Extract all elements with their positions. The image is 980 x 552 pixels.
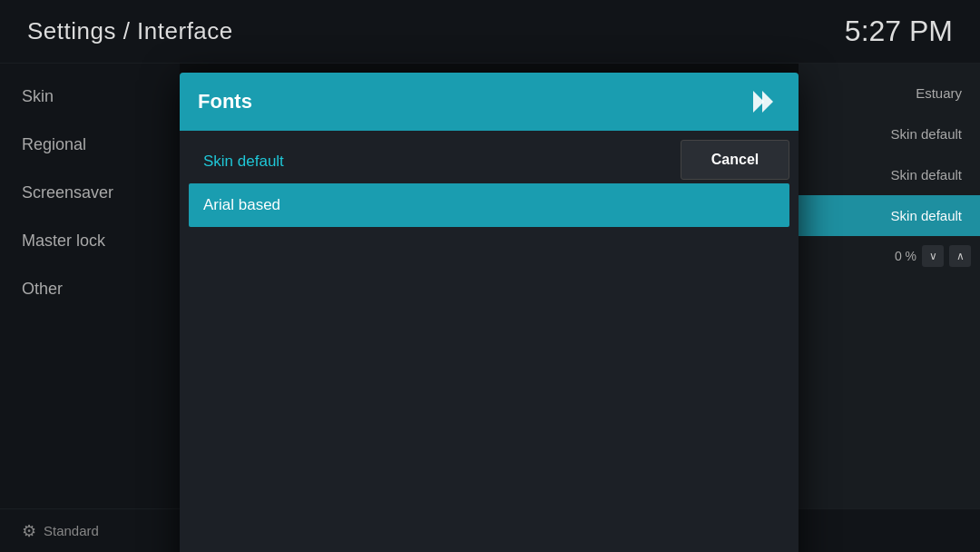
modal-body: Skin default Arial based Cancel <box>180 131 799 436</box>
sidebar-item-masterlock[interactable]: Master lock <box>0 217 180 265</box>
gear-icon: ⚙ <box>22 521 36 541</box>
clock: 5:27 PM <box>845 15 953 48</box>
right-panel-stepper: 0 % ∨ ∧ <box>799 236 980 276</box>
modal-title: Fonts <box>198 90 252 113</box>
right-panel-item-3-active[interactable]: Skin default <box>799 195 980 236</box>
settings-level-label: Standard <box>44 523 99 538</box>
top-bar: Settings / Interface 5:27 PM <box>0 0 980 64</box>
sidebar-item-screensaver[interactable]: Screensaver <box>0 169 180 217</box>
stepper-decrement-button[interactable]: ∨ <box>922 245 944 267</box>
kodi-icon <box>748 85 780 118</box>
main-layout: Skin Regional Screensaver Master lock Ot… <box>0 64 980 508</box>
cancel-button[interactable]: Cancel <box>681 140 789 180</box>
kodi-logo-svg <box>750 87 779 116</box>
right-panel: Estuary Skin default Skin default Skin d… <box>799 64 980 508</box>
right-panel-item-2: Skin default <box>799 154 980 195</box>
modal-header: Fonts <box>180 73 799 131</box>
svg-marker-1 <box>762 91 773 113</box>
page-title: Settings / Interface <box>27 17 233 45</box>
stepper-increment-button[interactable]: ∧ <box>949 245 971 267</box>
modal-spacer <box>189 227 789 427</box>
font-option-arial-based[interactable]: Arial based <box>189 183 789 227</box>
sidebar-item-regional[interactable]: Regional <box>0 121 180 169</box>
right-panel-item-1: Skin default <box>799 113 980 154</box>
sidebar-item-other[interactable]: Other <box>0 265 180 313</box>
modal-overlay[interactable]: Fonts Skin default <box>180 64 799 508</box>
content-area: Fonts Skin default <box>180 64 799 508</box>
settings-level[interactable]: ⚙ Standard <box>22 521 99 541</box>
fonts-dialog: Fonts Skin default <box>180 73 799 552</box>
sidebar-item-skin[interactable]: Skin <box>0 73 180 121</box>
right-panel-item-estuary: Estuary <box>799 73 980 113</box>
sidebar: Skin Regional Screensaver Master lock Ot… <box>0 64 180 508</box>
